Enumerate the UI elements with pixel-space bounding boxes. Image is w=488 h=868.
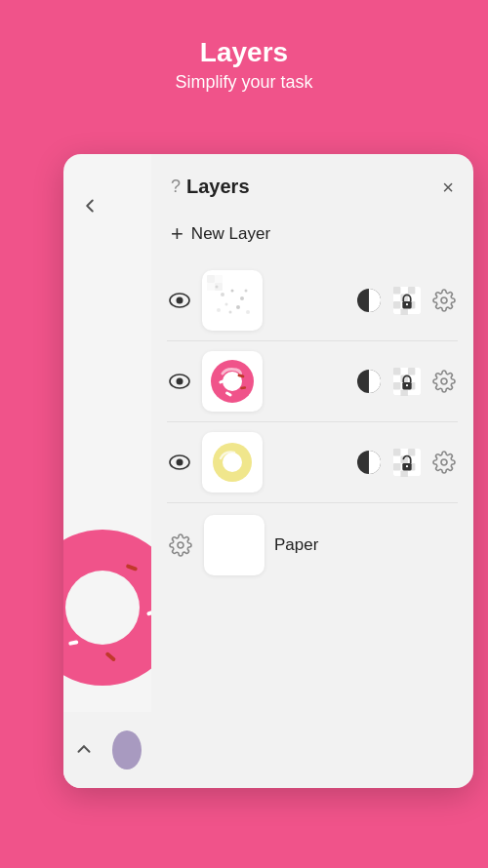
svg-point-17 [225,303,228,306]
chevron-up-icon[interactable] [73,738,95,760]
layers-panel: ? Layers × + New Layer [151,154,473,788]
close-button[interactable]: × [442,178,454,197]
svg-rect-62 [393,449,400,455]
layer-row [151,424,473,500]
back-button[interactable] [79,195,101,217]
svg-point-54 [441,378,447,384]
svg-point-15 [231,290,234,293]
svg-point-1 [65,571,140,645]
gear-icon-1[interactable] [430,287,458,314]
layer-list: Paper [151,256,473,591]
svg-rect-67 [400,470,407,477]
panel-header: ? Layers × [151,154,473,208]
layer-thumb-2[interactable] [202,351,263,412]
svg-point-22 [216,286,219,289]
svg-point-21 [245,290,248,293]
svg-rect-27 [408,287,415,294]
paper-label: Paper [274,535,318,555]
svg-rect-11 [215,275,223,283]
eye-icon-layer3[interactable] [167,450,192,475]
svg-point-34 [441,297,447,303]
divider [167,421,458,422]
blend-mode-icon-2[interactable] [354,367,384,396]
svg-point-19 [229,311,232,314]
spacer [151,591,473,788]
gear-icon-2[interactable] [430,368,458,395]
layer-row [151,262,473,338]
svg-point-33 [406,303,408,305]
layer1-controls [354,286,458,315]
svg-rect-10 [207,275,215,283]
svg-rect-29 [393,301,400,308]
layer-thumb-1[interactable] [202,270,263,331]
layer-thumb-3[interactable] [202,432,263,493]
paper-thumb[interactable] [204,515,264,575]
new-layer-button[interactable]: + New Layer [151,208,473,256]
gear-icon-3[interactable] [430,449,458,476]
svg-point-56 [177,459,183,466]
lock-icon-1[interactable] [393,287,421,314]
header-section: Layers Simplify your task [0,0,488,112]
svg-point-71 [178,542,183,548]
layer2-controls [354,367,458,396]
blend-mode-icon-1[interactable] [354,286,384,315]
blend-mode-icon-3[interactable] [354,448,384,477]
svg-point-53 [406,384,408,386]
svg-point-14 [221,293,224,296]
page-subtitle: Simplify your task [20,72,468,93]
svg-point-59 [223,453,242,472]
page-title: Layers [20,37,468,68]
help-icon[interactable]: ? [171,177,181,197]
svg-rect-26 [393,287,400,294]
paper-row: Paper [151,505,473,585]
svg-point-16 [240,296,244,300]
svg-point-8 [177,297,183,304]
lock-icon-3[interactable] [393,449,421,476]
svg-point-23 [246,310,250,314]
artwork-bottom-bar [63,712,151,788]
svg-point-20 [217,308,221,312]
svg-rect-47 [408,368,415,375]
svg-rect-31 [400,308,407,315]
eye-icon-layer1[interactable] [167,288,192,313]
svg-point-69 [406,465,408,467]
avatar[interactable] [112,730,142,769]
eye-icon-layer2[interactable] [167,369,192,394]
svg-point-36 [177,378,183,385]
svg-rect-65 [393,463,400,470]
artwork-donut-bg [63,525,151,690]
svg-point-18 [236,305,240,309]
svg-rect-49 [393,382,400,389]
new-layer-label: New Layer [191,224,270,244]
plus-icon: + [171,221,183,247]
svg-rect-12 [207,283,215,291]
svg-rect-51 [400,389,407,396]
artwork-pane [63,154,151,788]
divider [167,502,458,503]
layer-row [151,343,473,419]
panel-title-row: ? Layers [171,176,250,198]
panel-title: Layers [186,176,250,198]
layer3-controls [354,448,458,477]
svg-point-70 [441,459,447,465]
app-window: ? Layers × + New Layer [63,154,473,788]
svg-rect-46 [393,368,400,375]
gear-icon-paper[interactable] [167,532,194,559]
divider [167,340,458,341]
svg-rect-63 [408,449,415,455]
lock-icon-2[interactable] [393,368,421,395]
